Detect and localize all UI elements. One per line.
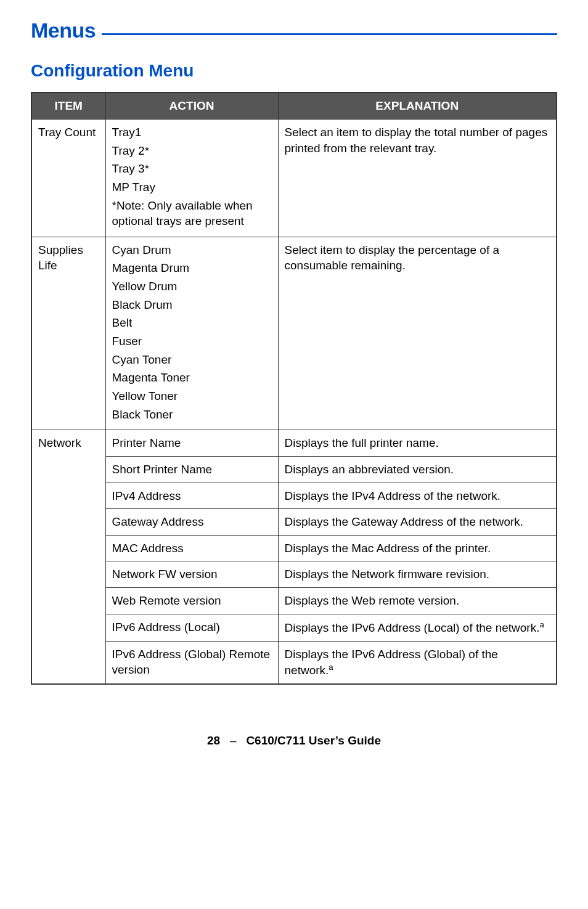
table-explanation-cell: Displays the IPv4 Address of the network… xyxy=(278,483,557,509)
table-explanation-cell: Displays an abbreviated version. xyxy=(278,456,557,483)
table-action-cell: IPv6 Address (Global) Remote version xyxy=(105,641,278,684)
page-title-text: Menus xyxy=(31,18,102,43)
table-row: IPv6 Address (Global) Remote versionDisp… xyxy=(31,641,557,684)
table-item-cell: Tray Count xyxy=(31,120,105,237)
action-line: Fuser xyxy=(112,333,272,349)
table-explanation-cell: Displays the IPv6 Address (Global) of th… xyxy=(278,641,557,684)
action-line: Magenta Drum xyxy=(112,260,272,276)
table-explanation-cell: Displays the full printer name. xyxy=(278,430,557,457)
table-row: NetworkPrinter NameDisplays the full pri… xyxy=(31,430,557,457)
table-explanation-cell: Select an item to display the total numb… xyxy=(278,120,557,237)
table-action-cell: Network FW version xyxy=(105,561,278,588)
col-header-explanation: EXPLANATION xyxy=(278,92,557,120)
action-line: Cyan Drum xyxy=(112,242,272,258)
action-line: Cyan Toner xyxy=(112,352,272,368)
section-title: Configuration Menu xyxy=(31,61,557,81)
table-row: Supplies LifeCyan DrumMagenta DrumYellow… xyxy=(31,237,557,430)
table-row: IPv4 AddressDisplays the IPv4 Address of… xyxy=(31,483,557,509)
page-number: 28 xyxy=(207,734,220,747)
action-line: MP Tray xyxy=(112,179,272,195)
table-explanation-cell: Select item to display the percentage of… xyxy=(278,237,557,430)
action-line: Yellow Drum xyxy=(112,279,272,295)
table-explanation-cell: Displays the Web remote version. xyxy=(278,588,557,614)
page-title: Menus xyxy=(31,18,557,43)
table-row: Network FW versionDisplays the Network f… xyxy=(31,561,557,588)
action-line: Magenta Toner xyxy=(112,370,272,386)
table-row: Tray CountTray1Tray 2*Tray 3*MP Tray*Not… xyxy=(31,120,557,237)
action-line: Black Drum xyxy=(112,297,272,313)
table-explanation-cell: Displays the IPv6 Address (Local) of the… xyxy=(278,614,557,641)
col-header-item: ITEM xyxy=(31,92,105,120)
table-action-cell: Gateway Address xyxy=(105,509,278,536)
table-explanation-cell: Displays the Mac Address of the printer. xyxy=(278,535,557,561)
action-line: Tray 2* xyxy=(112,143,272,159)
table-explanation-cell: Displays the Network firmware revision. xyxy=(278,561,557,588)
table-action-cell: Printer Name xyxy=(105,430,278,457)
action-line: Yellow Toner xyxy=(112,388,272,404)
table-action-cell: Short Printer Name xyxy=(105,456,278,483)
table-action-cell: IPv4 Address xyxy=(105,483,278,509)
col-header-action: ACTION xyxy=(105,92,278,120)
table-item-cell: Network xyxy=(31,430,105,685)
table-row: MAC AddressDisplays the Mac Address of t… xyxy=(31,535,557,561)
action-line: Tray1 xyxy=(112,124,272,141)
action-line: Black Toner xyxy=(112,407,272,423)
configuration-table: ITEM ACTION EXPLANATION Tray CountTray1T… xyxy=(31,92,557,685)
page-footer: 28 – C610/C711 User’s Guide xyxy=(31,734,557,748)
footer-sep: – xyxy=(230,734,237,747)
table-action-cell: Cyan DrumMagenta DrumYellow DrumBlack Dr… xyxy=(105,237,278,430)
table-row: Short Printer NameDisplays an abbreviate… xyxy=(31,456,557,483)
table-action-cell: IPv6 Address (Local) xyxy=(105,614,278,641)
table-row: Web Remote versionDisplays the Web remot… xyxy=(31,588,557,614)
table-row: IPv6 Address (Local)Displays the IPv6 Ad… xyxy=(31,614,557,641)
guide-title: C610/C711 User’s Guide xyxy=(246,734,381,747)
title-underline xyxy=(102,33,557,35)
table-action-cell: MAC Address xyxy=(105,535,278,561)
action-line: Belt xyxy=(112,315,272,331)
action-line: *Note: Only available when optional tray… xyxy=(112,198,272,229)
table-action-cell: Web Remote version xyxy=(105,588,278,614)
action-line: Tray 3* xyxy=(112,161,272,177)
table-explanation-cell: Displays the Gateway Address of the netw… xyxy=(278,509,557,536)
table-row: Gateway AddressDisplays the Gateway Addr… xyxy=(31,509,557,536)
table-action-cell: Tray1Tray 2*Tray 3*MP Tray*Note: Only av… xyxy=(105,120,278,237)
table-item-cell: Supplies Life xyxy=(31,237,105,430)
